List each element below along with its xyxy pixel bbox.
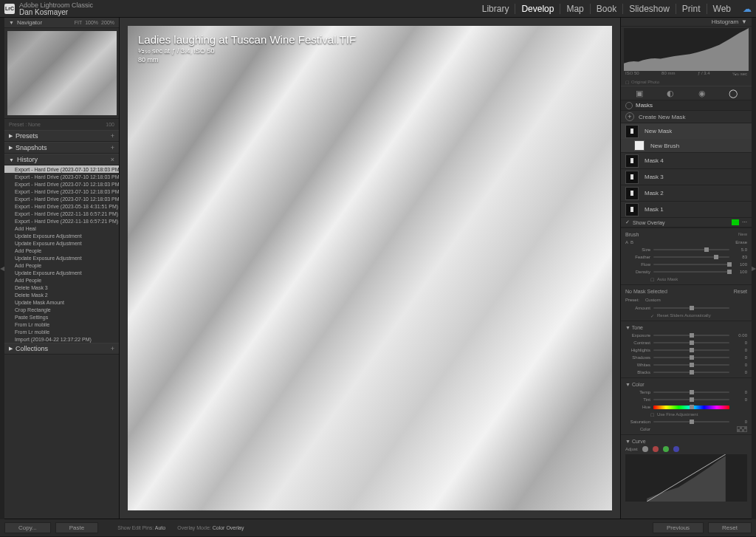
original-photo-checkbox[interactable]: ☐Original Photo (621, 78, 752, 86)
history-header[interactable]: ▼ History × (4, 154, 119, 165)
history-item[interactable]: Update Exposure Adjustment (4, 239, 119, 247)
mask-component-row[interactable]: New Brush (621, 139, 752, 152)
module-book[interactable]: Book (591, 4, 623, 14)
brush-a[interactable]: A (625, 240, 628, 244)
history-item[interactable]: From Lr mobile (4, 328, 119, 335)
clear-history-icon[interactable]: × (111, 156, 114, 163)
history-item[interactable]: Delete Mask 3 (4, 284, 119, 291)
histogram-chart[interactable] (624, 28, 749, 71)
history-item[interactable]: Delete Mask 2 (4, 291, 119, 298)
show-overlay-row[interactable]: ✓ Show Overlay ⋯ (621, 217, 752, 228)
whites-slider[interactable]: Whites0 (621, 361, 752, 369)
history-item[interactable]: Paste Settings (4, 313, 119, 321)
size-slider[interactable]: Size5.0 (621, 246, 752, 253)
shadows-slider[interactable]: Shadows0 (621, 354, 752, 361)
presets-header[interactable]: ▶ Presets + (4, 130, 119, 142)
eye-icon[interactable] (625, 102, 633, 109)
history-item[interactable]: Import (2019-04-22 12:37:22 PM) (4, 335, 119, 343)
hue-slider[interactable]: Hue (621, 403, 752, 411)
mask-row[interactable]: Mask 2 (621, 185, 752, 201)
history-item[interactable]: Export - Hard Drive (2023-07-10 12:18:03… (4, 165, 119, 173)
module-library[interactable]: Library (476, 4, 516, 14)
preview-image[interactable]: Ladies laughing at Tuscan Wine Festival.… (128, 26, 612, 510)
mask-row[interactable]: New Mask (621, 123, 752, 139)
mask-row[interactable]: Mask 3 (621, 168, 752, 185)
zoom-200[interactable]: 200% (101, 20, 114, 25)
copy-button[interactable]: Copy... (4, 522, 51, 533)
history-item[interactable]: Export - Hard Drive (2022-11-18 6:57:21 … (4, 210, 119, 217)
exposure-slider[interactable]: Exposure0.00 (621, 332, 752, 339)
fine-adj-checkbox[interactable]: ☐Use Fine Adjustment (621, 411, 752, 418)
history-item[interactable]: Add People (4, 276, 119, 284)
preview-area[interactable]: Ladies laughing at Tuscan Wine Festival.… (120, 18, 620, 519)
history-item[interactable]: Export - Hard Drive (2023-07-10 12:18:03… (4, 173, 119, 180)
preset-dropdown[interactable]: Custom (645, 298, 661, 302)
highlights-slider[interactable]: Highlights0 (621, 346, 752, 354)
curve-channel-red-icon[interactable] (653, 446, 659, 452)
more-icon[interactable]: ⋯ (742, 219, 747, 225)
feather-slider[interactable]: Feather83 (621, 253, 752, 261)
module-slideshow[interactable]: Slideshow (623, 4, 676, 14)
overlay-select[interactable]: Color Overlay (213, 525, 244, 530)
curve-channel-all-icon[interactable] (642, 446, 648, 452)
mask-row[interactable]: Mask 1 (621, 201, 752, 217)
cloud-sync-icon[interactable]: ☁ (743, 4, 752, 14)
pins-select[interactable]: Auto (155, 525, 165, 530)
color-swatch[interactable] (737, 426, 747, 432)
add-snapshot-icon[interactable]: + (111, 144, 114, 151)
density-slider[interactable]: Density100 (621, 268, 752, 276)
navigator-header[interactable]: ▼ Navigator FIT 100% 200% (4, 18, 119, 28)
contrast-slider[interactable]: Contrast0 (621, 339, 752, 346)
history-item[interactable]: Add Heal (4, 225, 119, 232)
curve-editor[interactable] (625, 454, 747, 502)
temp-slider[interactable]: Temp0 (621, 389, 752, 396)
checkbox-icon[interactable]: ✓ (625, 219, 630, 225)
history-item[interactable]: Update Exposure Adjustment (4, 254, 119, 261)
curve-channel-green-icon[interactable] (663, 446, 669, 452)
history-item[interactable]: Update Mask Amount (4, 298, 119, 306)
saturation-slider[interactable]: Saturation0 (621, 418, 752, 425)
collections-header[interactable]: ▶ Collections + (4, 343, 119, 355)
history-item[interactable]: Export - Hard Drive (2023-07-10 12:18:03… (4, 188, 119, 195)
histogram-header[interactable]: Histogram ▼ (621, 18, 752, 27)
crop-tool-icon[interactable]: ▣ (633, 87, 646, 99)
paste-button[interactable]: Paste (55, 522, 98, 533)
blacks-slider[interactable]: Blacks0 (621, 369, 752, 376)
mask-row[interactable]: Mask 4 (621, 152, 752, 168)
module-print[interactable]: Print (676, 4, 707, 14)
automask-checkbox[interactable]: ☐Auto Mask (621, 276, 752, 283)
history-item[interactable]: Update Exposure Adjustment (4, 232, 119, 239)
history-item[interactable]: Update Exposure Adjustment (4, 269, 119, 276)
overlay-color-swatch[interactable] (732, 219, 739, 225)
right-panel-toggle[interactable]: ▶ (752, 18, 756, 519)
reset-button[interactable]: Reset (708, 522, 752, 533)
color-swatch-row[interactable]: Color (621, 425, 752, 433)
history-item[interactable]: Export - Hard Drive (2022-11-18 6:57:21 … (4, 217, 119, 225)
brush-erase[interactable]: Erase (735, 240, 747, 244)
zoom-100[interactable]: 100% (85, 20, 98, 25)
module-map[interactable]: Map (560, 4, 590, 14)
module-develop[interactable]: Develop (515, 4, 560, 14)
history-item[interactable]: Export - Hard Drive (2023-07-10 12:18:03… (4, 180, 119, 188)
flow-slider[interactable]: Flow100 (621, 261, 752, 268)
history-item[interactable]: Crop Rectangle (4, 306, 119, 313)
module-web[interactable]: Web (707, 4, 737, 14)
curve-channel-blue-icon[interactable] (673, 446, 679, 452)
history-item[interactable]: From Lr mobile (4, 321, 119, 328)
reset-nomask[interactable]: Reset (734, 289, 747, 294)
history-item[interactable]: Add People (4, 247, 119, 254)
heal-tool-icon[interactable]: ◐ (664, 87, 677, 99)
create-mask-button[interactable]: + Create New Mask (621, 111, 752, 123)
navigator-thumbnail[interactable] (7, 31, 117, 115)
mask-tool-icon[interactable]: ◯ (726, 87, 740, 99)
history-item[interactable]: Add People (4, 261, 119, 269)
snapshots-header[interactable]: ▶ Snapshots + (4, 142, 119, 154)
brush-b[interactable]: B (630, 240, 633, 244)
tint-slider[interactable]: Tint0 (621, 396, 752, 403)
zoom-fit[interactable]: FIT (75, 20, 83, 25)
left-panel-toggle[interactable]: ◀ (0, 18, 4, 519)
add-preset-icon[interactable]: + (111, 132, 114, 140)
history-item[interactable]: Export - Hard Drive (2023-05-18 4:31:51 … (4, 202, 119, 210)
add-collection-icon[interactable]: + (111, 345, 114, 352)
history-item[interactable]: Export - Hard Drive (2023-07-10 12:18:03… (4, 195, 119, 202)
